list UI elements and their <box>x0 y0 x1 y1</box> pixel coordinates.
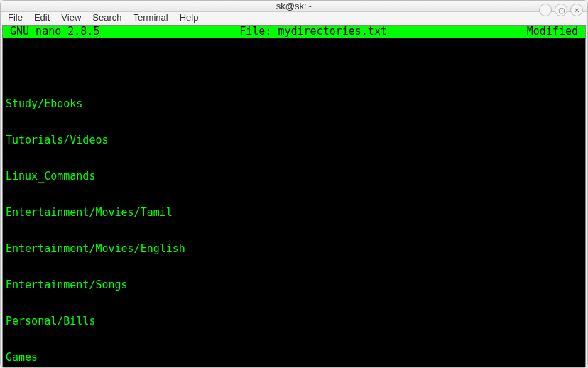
menu-view[interactable]: View <box>61 12 81 23</box>
nano-header: GNU nano 2.8.5 File: mydirectories.txt M… <box>3 26 585 38</box>
close-icon: ✕ <box>574 6 579 14</box>
content-line: Tutorials/Videos <box>6 134 582 146</box>
maximize-icon: ▢ <box>558 6 565 14</box>
menu-search[interactable]: Search <box>92 12 121 23</box>
content-line: Study/Ebooks <box>6 98 582 110</box>
window-buttons: – ▢ ✕ <box>539 4 583 16</box>
minimize-icon: – <box>543 6 548 14</box>
close-button[interactable]: ✕ <box>570 4 583 16</box>
window-titlebar: sk@sk:~ – ▢ ✕ <box>1 1 587 12</box>
terminal[interactable]: GNU nano 2.8.5 File: mydirectories.txt M… <box>2 25 586 368</box>
blank-line <box>6 62 582 74</box>
content-line: Entertainment/Songs <box>6 279 582 291</box>
nano-body[interactable]: Study/Ebooks Tutorials/Videos Linux_Comm… <box>3 38 585 368</box>
menu-file[interactable]: File <box>8 12 23 23</box>
menu-edit[interactable]: Edit <box>34 12 50 23</box>
content-line: Personal/Bills <box>6 315 582 328</box>
menu-terminal[interactable]: Terminal <box>134 12 168 23</box>
maximize-button[interactable]: ▢ <box>555 4 567 16</box>
content-line: Games <box>6 352 582 364</box>
nano-file: File: mydirectories.txt <box>99 26 526 38</box>
content-line: Linux_Commands <box>6 171 582 183</box>
content-line: Entertainment/Movies/English <box>6 243 582 255</box>
menubar: File Edit View Search Terminal Help <box>1 12 587 23</box>
content-line: Entertainment/Movies/Tamil <box>6 207 582 219</box>
nano-status: Modified <box>527 26 582 38</box>
minimize-button[interactable]: – <box>539 4 552 16</box>
window-title: sk@sk:~ <box>276 1 312 11</box>
nano-version: GNU nano 2.8.5 <box>6 26 99 38</box>
menu-help[interactable]: Help <box>180 12 199 23</box>
